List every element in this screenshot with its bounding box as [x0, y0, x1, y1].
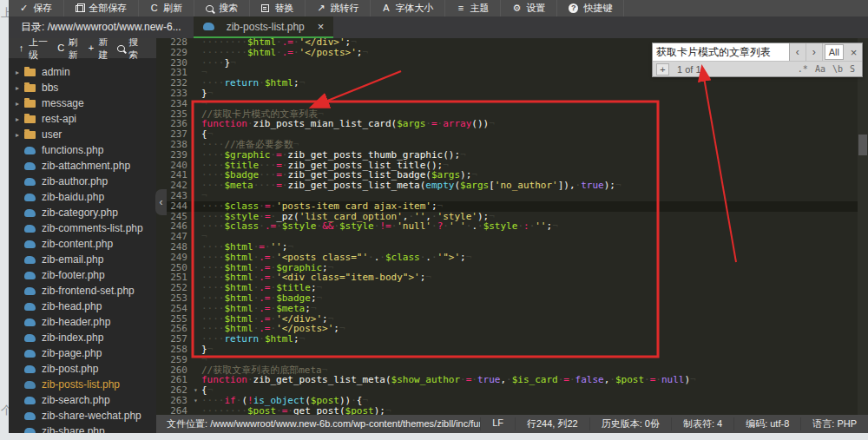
search-case-toggle[interactable]: Aa [815, 64, 825, 74]
fold-marker [194, 191, 201, 201]
search-next-button[interactable]: › [806, 43, 823, 61]
sidebar-file-zib-header.php[interactable]: zib-header.php [9, 314, 156, 330]
search-icon [117, 45, 125, 52]
theme-icon: ≡ [457, 3, 464, 14]
hotkeys-button[interactable]: ?快捷键 [557, 0, 624, 16]
sidebar-file-functions.php[interactable]: functions.php [9, 142, 156, 158]
file-label: zib-header.php [42, 316, 110, 328]
sidebar-file-zib-baidu.php[interactable]: zib-baidu.php [9, 189, 156, 205]
sidebar-folder-message[interactable]: ▸message [9, 95, 156, 111]
sidebar-file-zib-author.php[interactable]: zib-author.php [9, 174, 156, 189]
file-label: zib-footer.php [42, 269, 105, 281]
code-line[interactable]: 261function·zib_get_posts_list_meta($sho… [156, 375, 858, 385]
scrollbar-thumb[interactable] [858, 135, 867, 155]
code-line[interactable]: 242····$meta····=·zib_get_posts_list_met… [156, 181, 858, 191]
sidebar-search-button[interactable]: 搜索 [117, 38, 148, 62]
sidebar-collapse-handle[interactable]: ‹ [155, 189, 167, 215]
search-add-button[interactable]: + [656, 63, 669, 76]
fold-marker [194, 129, 201, 140]
theme-button[interactable]: ≡主题 [445, 0, 501, 16]
sidebar-file-zib-posts-list.php[interactable]: zib-posts-list.php [9, 377, 156, 392]
code-line[interactable]: 232····return·$html;¬ [156, 78, 858, 89]
sidebar-folder-user[interactable]: ▸user [9, 127, 156, 142]
font-size-button[interactable]: A字体大小 [371, 0, 445, 16]
sidebar-file-zib-share.php[interactable]: zib-share.php [9, 424, 156, 433]
fold-marker [194, 201, 201, 212]
search-close-icon[interactable]: × [845, 43, 862, 61]
search-regex-toggle[interactable]: .* [798, 64, 808, 74]
refresh-icon: C [150, 3, 158, 14]
folder-label: bbs [42, 82, 58, 94]
sidebar-file-zib-content.php[interactable]: zib-content.php [9, 236, 156, 252]
code-text: ····return·$html;¬ [201, 78, 858, 89]
search-word-toggle[interactable]: \b [832, 64, 843, 74]
php-file-icon [24, 428, 36, 434]
sidebar-file-zib-page.php[interactable]: zib-page.php [9, 345, 156, 361]
line-number: 233 [156, 89, 194, 99]
sidebar-folder-bbs[interactable]: ▸bbs [9, 80, 156, 95]
replace-icon [261, 4, 269, 12]
sidebar-file-zib-category.php[interactable]: zib-category.php [9, 205, 156, 220]
php-file-icon [24, 194, 36, 201]
code-line[interactable]: 258}¬ [156, 345, 858, 355]
sidebar-file-zib-email.php[interactable]: zib-email.php [9, 252, 156, 267]
search-prev-button[interactable]: ‹ [790, 43, 806, 61]
fold-marker [194, 58, 201, 69]
caret-icon: ▸ [16, 131, 24, 139]
save-icon: ✓ [20, 3, 28, 14]
search-selection-toggle[interactable]: S [850, 64, 855, 74]
save-button[interactable]: ✓保存 [9, 0, 64, 16]
tab-zib-posts-list[interactable]: zib-posts-list.php × [194, 16, 334, 38]
status-item-1: 行244, 列22 [515, 417, 589, 430]
line-number: 253 [156, 293, 194, 304]
sidebar-file-zib-search.php[interactable]: zib-search.php [9, 392, 156, 408]
jump-line-button[interactable]: ↗跳转行 [306, 0, 371, 16]
code-line[interactable]: 264········$post·=·get_post($post);¬ [156, 406, 858, 415]
search-input[interactable] [653, 43, 790, 61]
sidebar-file-zib-post.php[interactable]: zib-post.php [9, 361, 156, 377]
sidebar-new-button[interactable]: +新建 [87, 38, 117, 62]
php-file-icon [24, 350, 36, 358]
code-text: ········$post·=·get_post($post);¬ [201, 406, 858, 415]
caret-icon: ▸ [16, 69, 24, 76]
php-file-icon [24, 256, 36, 264]
refresh-button[interactable]: C刷新 [139, 0, 194, 16]
tab-close-icon[interactable]: × [318, 20, 325, 33]
sidebar-file-zib-footer.php[interactable]: zib-footer.php [9, 267, 156, 283]
status-items: LF行244, 列22历史版本: 0份制表符: 4编码: utf-8语言: PH… [480, 417, 868, 430]
line-number: 248 [156, 242, 194, 253]
sidebar-file-zib-attachment.php[interactable]: zib-attachment.php [9, 158, 156, 174]
fold-marker [194, 119, 201, 129]
sidebar-file-zib-head.php[interactable]: zib-head.php [9, 299, 156, 314]
replace-button[interactable]: 替换 [250, 0, 306, 16]
status-item-2: 历史版本: 0份 [589, 417, 671, 430]
code-editor[interactable]: 228········$html·.=·'</div>';¬229·······… [156, 38, 868, 415]
folder-icon [24, 69, 36, 76]
code-line[interactable]: 257····return·$html;¬ [156, 334, 858, 345]
search-all-button[interactable]: All [825, 44, 844, 60]
fold-marker [194, 293, 201, 304]
save-all-button[interactable]: 全部保存 [64, 0, 139, 16]
code-line[interactable]: 233}¬ [156, 89, 858, 99]
sidebar-folder-admin[interactable]: ▸admin [9, 64, 156, 80]
search-panel: ‹ › All × + 1 of 1 .* Aa \b S [652, 43, 863, 77]
caret-icon: ▸ [16, 100, 24, 108]
sidebar-up-level-button[interactable]: ↑上一级 [17, 38, 57, 62]
sidebar-file-zib-share-wechat.php[interactable]: zib-share-wechat.php [9, 408, 156, 424]
sidebar-refresh-button[interactable]: C刷新 [57, 38, 88, 62]
settings-button[interactable]: ⚙设置 [501, 0, 557, 16]
hotkeys-label: 快捷键 [583, 2, 612, 15]
code-line[interactable]: 246····$class·.=·$style·&&·$style·!=·'nu… [156, 221, 858, 232]
search-button[interactable]: 搜索 [194, 0, 250, 16]
status-item-3: 制表符: 4 [671, 417, 733, 430]
fold-marker [194, 212, 201, 222]
sidebar-folder-rest-api[interactable]: ▸rest-api [9, 111, 156, 127]
search-row-options: + 1 of 1 .* Aa \b S [653, 61, 862, 76]
vertical-scrollbar[interactable] [858, 38, 868, 415]
sidebar-file-zib-index.php[interactable]: zib-index.php [9, 330, 156, 345]
sidebar-file-zib-frontend-set.php[interactable]: zib-frontend-set.php [9, 283, 156, 299]
code-line[interactable]: 236function·zib_posts_mian_list_card($ar… [156, 119, 858, 129]
refresh-label: 刷新 [163, 2, 182, 15]
theme-label: 主题 [470, 2, 489, 15]
sidebar-file-zib-comments-list.php[interactable]: zib-comments-list.php [9, 220, 156, 236]
